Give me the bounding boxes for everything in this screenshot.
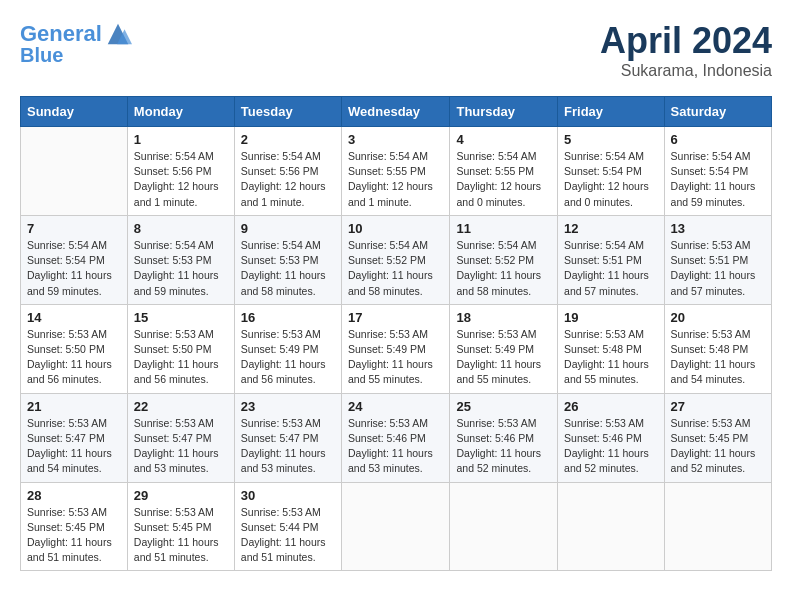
day-info: Sunrise: 5:54 AMSunset: 5:55 PMDaylight:… <box>456 149 551 210</box>
day-info: Sunrise: 5:54 AMSunset: 5:54 PMDaylight:… <box>27 238 121 299</box>
day-info: Sunrise: 5:53 AMSunset: 5:50 PMDaylight:… <box>27 327 121 388</box>
calendar-cell: 30Sunrise: 5:53 AMSunset: 5:44 PMDayligh… <box>234 482 341 571</box>
calendar-cell: 1Sunrise: 5:54 AMSunset: 5:56 PMDaylight… <box>127 127 234 216</box>
calendar-cell: 19Sunrise: 5:53 AMSunset: 5:48 PMDayligh… <box>558 304 664 393</box>
day-number: 15 <box>134 310 228 325</box>
calendar-cell <box>664 482 771 571</box>
calendar-cell: 13Sunrise: 5:53 AMSunset: 5:51 PMDayligh… <box>664 215 771 304</box>
day-info: Sunrise: 5:53 AMSunset: 5:46 PMDaylight:… <box>348 416 443 477</box>
weekday-header-wednesday: Wednesday <box>342 97 450 127</box>
day-info: Sunrise: 5:53 AMSunset: 5:45 PMDaylight:… <box>27 505 121 566</box>
day-info: Sunrise: 5:54 AMSunset: 5:54 PMDaylight:… <box>671 149 765 210</box>
day-number: 17 <box>348 310 443 325</box>
day-info: Sunrise: 5:53 AMSunset: 5:44 PMDaylight:… <box>241 505 335 566</box>
calendar-cell: 9Sunrise: 5:54 AMSunset: 5:53 PMDaylight… <box>234 215 341 304</box>
day-number: 10 <box>348 221 443 236</box>
logo-icon <box>104 20 132 48</box>
day-number: 7 <box>27 221 121 236</box>
calendar-week-3: 14Sunrise: 5:53 AMSunset: 5:50 PMDayligh… <box>21 304 772 393</box>
calendar-week-1: 1Sunrise: 5:54 AMSunset: 5:56 PMDaylight… <box>21 127 772 216</box>
calendar-cell <box>558 482 664 571</box>
day-number: 29 <box>134 488 228 503</box>
calendar-cell: 18Sunrise: 5:53 AMSunset: 5:49 PMDayligh… <box>450 304 558 393</box>
day-number: 3 <box>348 132 443 147</box>
calendar-cell: 25Sunrise: 5:53 AMSunset: 5:46 PMDayligh… <box>450 393 558 482</box>
calendar-table: SundayMondayTuesdayWednesdayThursdayFrid… <box>20 96 772 571</box>
calendar-cell: 3Sunrise: 5:54 AMSunset: 5:55 PMDaylight… <box>342 127 450 216</box>
day-number: 2 <box>241 132 335 147</box>
calendar-cell: 24Sunrise: 5:53 AMSunset: 5:46 PMDayligh… <box>342 393 450 482</box>
day-info: Sunrise: 5:53 AMSunset: 5:46 PMDaylight:… <box>564 416 657 477</box>
day-number: 1 <box>134 132 228 147</box>
page-header: General Blue April 2024 Sukarama, Indone… <box>20 20 772 80</box>
day-number: 6 <box>671 132 765 147</box>
day-number: 13 <box>671 221 765 236</box>
calendar-cell: 8Sunrise: 5:54 AMSunset: 5:53 PMDaylight… <box>127 215 234 304</box>
calendar-cell <box>342 482 450 571</box>
weekday-header-monday: Monday <box>127 97 234 127</box>
day-info: Sunrise: 5:54 AMSunset: 5:52 PMDaylight:… <box>348 238 443 299</box>
day-info: Sunrise: 5:53 AMSunset: 5:50 PMDaylight:… <box>134 327 228 388</box>
weekday-header-tuesday: Tuesday <box>234 97 341 127</box>
calendar-week-2: 7Sunrise: 5:54 AMSunset: 5:54 PMDaylight… <box>21 215 772 304</box>
day-info: Sunrise: 5:54 AMSunset: 5:51 PMDaylight:… <box>564 238 657 299</box>
day-number: 4 <box>456 132 551 147</box>
day-info: Sunrise: 5:54 AMSunset: 5:55 PMDaylight:… <box>348 149 443 210</box>
calendar-cell <box>450 482 558 571</box>
day-info: Sunrise: 5:53 AMSunset: 5:47 PMDaylight:… <box>134 416 228 477</box>
day-info: Sunrise: 5:53 AMSunset: 5:51 PMDaylight:… <box>671 238 765 299</box>
day-info: Sunrise: 5:53 AMSunset: 5:49 PMDaylight:… <box>456 327 551 388</box>
calendar-cell: 27Sunrise: 5:53 AMSunset: 5:45 PMDayligh… <box>664 393 771 482</box>
day-info: Sunrise: 5:53 AMSunset: 5:45 PMDaylight:… <box>671 416 765 477</box>
calendar-cell: 20Sunrise: 5:53 AMSunset: 5:48 PMDayligh… <box>664 304 771 393</box>
month-title: April 2024 <box>600 20 772 62</box>
day-number: 23 <box>241 399 335 414</box>
calendar-cell <box>21 127 128 216</box>
day-info: Sunrise: 5:53 AMSunset: 5:48 PMDaylight:… <box>564 327 657 388</box>
day-info: Sunrise: 5:53 AMSunset: 5:47 PMDaylight:… <box>27 416 121 477</box>
day-info: Sunrise: 5:54 AMSunset: 5:54 PMDaylight:… <box>564 149 657 210</box>
logo: General Blue <box>20 20 132 66</box>
calendar-cell: 10Sunrise: 5:54 AMSunset: 5:52 PMDayligh… <box>342 215 450 304</box>
day-number: 19 <box>564 310 657 325</box>
day-number: 26 <box>564 399 657 414</box>
day-number: 24 <box>348 399 443 414</box>
weekday-header-friday: Friday <box>558 97 664 127</box>
title-block: April 2024 Sukarama, Indonesia <box>600 20 772 80</box>
day-info: Sunrise: 5:54 AMSunset: 5:53 PMDaylight:… <box>241 238 335 299</box>
day-info: Sunrise: 5:54 AMSunset: 5:56 PMDaylight:… <box>134 149 228 210</box>
day-info: Sunrise: 5:53 AMSunset: 5:45 PMDaylight:… <box>134 505 228 566</box>
day-number: 14 <box>27 310 121 325</box>
day-info: Sunrise: 5:53 AMSunset: 5:49 PMDaylight:… <box>241 327 335 388</box>
day-number: 21 <box>27 399 121 414</box>
calendar-cell: 14Sunrise: 5:53 AMSunset: 5:50 PMDayligh… <box>21 304 128 393</box>
logo-text: General <box>20 22 102 46</box>
weekday-header-thursday: Thursday <box>450 97 558 127</box>
day-number: 11 <box>456 221 551 236</box>
day-info: Sunrise: 5:54 AMSunset: 5:53 PMDaylight:… <box>134 238 228 299</box>
calendar-cell: 4Sunrise: 5:54 AMSunset: 5:55 PMDaylight… <box>450 127 558 216</box>
day-number: 16 <box>241 310 335 325</box>
day-info: Sunrise: 5:54 AMSunset: 5:52 PMDaylight:… <box>456 238 551 299</box>
day-number: 28 <box>27 488 121 503</box>
day-info: Sunrise: 5:53 AMSunset: 5:47 PMDaylight:… <box>241 416 335 477</box>
calendar-cell: 11Sunrise: 5:54 AMSunset: 5:52 PMDayligh… <box>450 215 558 304</box>
day-info: Sunrise: 5:54 AMSunset: 5:56 PMDaylight:… <box>241 149 335 210</box>
calendar-cell: 12Sunrise: 5:54 AMSunset: 5:51 PMDayligh… <box>558 215 664 304</box>
location-subtitle: Sukarama, Indonesia <box>600 62 772 80</box>
calendar-cell: 26Sunrise: 5:53 AMSunset: 5:46 PMDayligh… <box>558 393 664 482</box>
day-number: 5 <box>564 132 657 147</box>
calendar-cell: 15Sunrise: 5:53 AMSunset: 5:50 PMDayligh… <box>127 304 234 393</box>
calendar-cell: 23Sunrise: 5:53 AMSunset: 5:47 PMDayligh… <box>234 393 341 482</box>
day-number: 12 <box>564 221 657 236</box>
calendar-cell: 28Sunrise: 5:53 AMSunset: 5:45 PMDayligh… <box>21 482 128 571</box>
day-number: 30 <box>241 488 335 503</box>
calendar-cell: 5Sunrise: 5:54 AMSunset: 5:54 PMDaylight… <box>558 127 664 216</box>
calendar-cell: 16Sunrise: 5:53 AMSunset: 5:49 PMDayligh… <box>234 304 341 393</box>
day-number: 20 <box>671 310 765 325</box>
weekday-header-saturday: Saturday <box>664 97 771 127</box>
calendar-cell: 7Sunrise: 5:54 AMSunset: 5:54 PMDaylight… <box>21 215 128 304</box>
calendar-cell: 17Sunrise: 5:53 AMSunset: 5:49 PMDayligh… <box>342 304 450 393</box>
day-number: 8 <box>134 221 228 236</box>
day-info: Sunrise: 5:53 AMSunset: 5:46 PMDaylight:… <box>456 416 551 477</box>
